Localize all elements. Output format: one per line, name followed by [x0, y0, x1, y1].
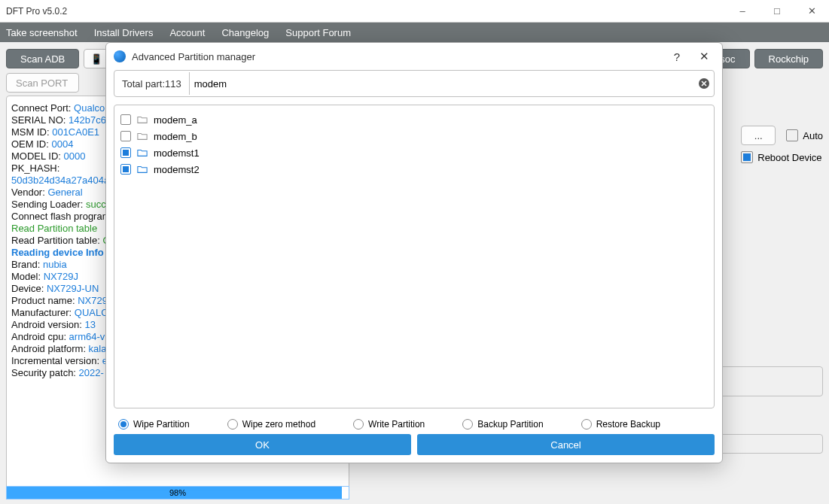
clear-icon [698, 77, 710, 90]
filter-row: Total part:113 [114, 70, 715, 97]
clear-filter-button[interactable] [694, 74, 714, 93]
radio-dot [353, 419, 364, 430]
partition-name: modem_a [154, 114, 197, 126]
minimize-button[interactable]: – [725, 0, 760, 23]
partition-checkbox[interactable] [120, 164, 131, 175]
radio-label: Restore Backup [596, 419, 660, 430]
radio-dot [118, 419, 129, 430]
rockchip-button[interactable]: Rockchip [754, 49, 823, 68]
partition-name: modemst1 [154, 147, 200, 159]
menu-install-drivers[interactable]: Install Drivers [94, 27, 154, 38]
partition-manager-dialog: Advanced Partition manager ? ✕ Total par… [105, 42, 723, 463]
partition-checkbox[interactable] [120, 131, 131, 141]
cancel-button[interactable]: Cancel [417, 434, 715, 455]
progress-bar: 98% [6, 486, 349, 499]
maximize-button[interactable]: □ [760, 0, 794, 23]
menubar: Take screenshotInstall DriversAccountCha… [0, 23, 829, 42]
reboot-label: Reboot Device [757, 152, 821, 163]
progress-label: 98% [7, 488, 349, 497]
auto-checkbox[interactable] [786, 129, 798, 141]
radio-label: Write Partition [368, 419, 425, 430]
mtk-icon: 📱 [90, 53, 102, 65]
radio-write-partition[interactable]: Write Partition [353, 419, 425, 430]
dialog-title: Advanced Partition manager [132, 51, 660, 62]
browse-button[interactable]: ... [741, 126, 776, 145]
titlebar: DFT Pro v5.0.2 – □ ✕ [0, 0, 829, 23]
radio-label: Wipe Partition [133, 419, 190, 430]
action-radios: Wipe PartitionWipe zero methodWrite Part… [106, 416, 722, 434]
filter-input[interactable] [189, 72, 694, 95]
partition-name: modem_b [154, 131, 197, 142]
close-button[interactable]: ✕ [794, 0, 829, 23]
total-part-label: Total part:113 [114, 78, 189, 90]
scan-port-button[interactable]: Scan PORT [6, 73, 79, 93]
partition-checkbox[interactable] [120, 147, 131, 158]
radio-label: Backup Partition [477, 419, 543, 430]
menu-changelog[interactable]: Changelog [221, 27, 269, 38]
partition-checkbox[interactable] [120, 114, 131, 125]
menu-take-screenshot[interactable]: Take screenshot [6, 27, 78, 38]
radio-dot [462, 419, 473, 430]
ok-button[interactable]: OK [114, 434, 411, 455]
app-title: DFT Pro v5.0.2 [6, 6, 725, 17]
menu-support-forum[interactable]: Support Forum [285, 27, 351, 38]
scan-adb-button[interactable]: Scan ADB [6, 49, 79, 68]
partition-row[interactable]: modem_b [120, 128, 708, 144]
menu-account[interactable]: Account [169, 27, 205, 38]
radio-wipe-zero-method[interactable]: Wipe zero method [227, 419, 315, 430]
dialog-close-button[interactable]: ✕ [693, 50, 715, 63]
radio-restore-backup[interactable]: Restore Backup [581, 419, 660, 430]
radio-dot [581, 419, 592, 430]
partition-name: modemst2 [154, 164, 200, 175]
auto-label: Auto [803, 130, 823, 141]
partition-row[interactable]: modem_a [120, 111, 708, 128]
dialog-help-button[interactable]: ? [666, 50, 687, 63]
radio-label: Wipe zero method [242, 419, 315, 430]
partition-list: modem_amodem_bmodemst1modemst2 [114, 105, 715, 408]
reboot-checkbox[interactable] [741, 151, 753, 163]
dialog-icon [114, 50, 126, 62]
partition-row[interactable]: modemst1 [120, 144, 708, 161]
radio-wipe-partition[interactable]: Wipe Partition [118, 419, 190, 430]
radio-dot [227, 419, 238, 430]
radio-backup-partition[interactable]: Backup Partition [462, 419, 543, 430]
partition-row[interactable]: modemst2 [120, 161, 708, 178]
